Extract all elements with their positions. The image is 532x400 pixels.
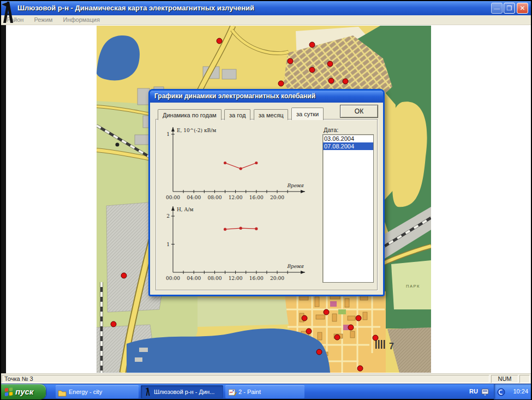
h-field-chart: 00:0004:0008:0012:0016:0020:0012H, А/мВр… (164, 204, 328, 285)
antenna-app-icon (1, 1, 15, 24)
clock[interactable]: 10:24 (513, 388, 528, 395)
svg-text:Время: Время (287, 183, 304, 188)
num-lock-indicator: NUM (491, 375, 518, 383)
svg-text:1: 1 (166, 132, 170, 137)
date-listbox[interactable]: 03.06.2004 07.08.2004 (322, 134, 374, 283)
tab-strip: Динамика по годам за год за месяц за сут… (158, 108, 324, 120)
start-label: пуск (15, 387, 33, 396)
window-title: Шлюзовой р-н - Динамическая карта электр… (17, 4, 254, 12)
language-indicator[interactable]: RU (469, 388, 478, 395)
task-paint[interactable]: 2 - Paint (225, 385, 304, 398)
paint-icon (228, 388, 237, 397)
menu-bar: Район Режим Информация (1, 15, 531, 25)
tab-per-month[interactable]: за месяц (254, 109, 289, 120)
task-energy-city[interactable]: Energy - city (56, 385, 139, 398)
svg-text:2: 2 (166, 213, 170, 219)
status-point-text: Точка № 3 (2, 375, 489, 383)
svg-text:20:00: 20:00 (270, 195, 284, 200)
svg-text:16:00: 16:00 (249, 195, 264, 200)
svg-text:00:00: 00:00 (166, 195, 180, 200)
tab-per-day[interactable]: за сутки (291, 108, 324, 120)
svg-text:E, 10^(-2) кВ/м: E, 10^(-2) кВ/м (177, 128, 216, 133)
close-button-icon[interactable]: ✕ (517, 3, 528, 14)
app-window: Шлюзовой р-н - Динамическая карта электр… (1, 1, 531, 399)
windows-logo-icon (4, 387, 14, 397)
taskbar: пуск Energy - city Шлюзовой р-н - Дин...… (1, 384, 531, 399)
desktop-screen: Шлюзовой р-н - Динамическая карта электр… (0, 0, 532, 400)
window-titlebar: Шлюзовой р-н - Динамическая карта электр… (1, 1, 531, 15)
svg-text:16:00: 16:00 (249, 276, 264, 281)
park-label: ПАРК (406, 284, 420, 289)
restore-button-icon[interactable]: ❒ (504, 3, 515, 14)
svg-text:04:00: 04:00 (187, 195, 201, 200)
language-bar-icon[interactable] (481, 389, 489, 396)
svg-text:Время: Время (287, 264, 304, 269)
antenna-task-icon (144, 387, 152, 396)
e-field-chart: 00:0004:0008:0012:0016:0020:001E, 10^(-2… (164, 125, 328, 206)
svg-text:20:00: 20:00 (270, 276, 284, 281)
dialog-titlebar[interactable]: Графики динамики электромагнитных колеба… (150, 91, 383, 103)
svg-text:04:00: 04:00 (187, 276, 201, 281)
tab-per-year[interactable]: за год (224, 109, 250, 120)
tab-dynamics-by-years[interactable]: Динамика по годам (158, 109, 222, 120)
status-grip (519, 375, 530, 383)
start-button[interactable]: пуск (1, 384, 46, 399)
system-tray: 10:24 (494, 384, 531, 399)
status-bar: Точка № 3 NUM (1, 373, 531, 384)
task-shluzovoy[interactable]: Шлюзовой р-н - Дин... (141, 385, 223, 398)
svg-text:00:00: 00:00 (166, 276, 180, 281)
menu-item-rezhim[interactable]: Режим (30, 15, 57, 23)
svg-text:1: 1 (166, 242, 170, 247)
svg-text:08:00: 08:00 (207, 276, 222, 281)
svg-text:12:00: 12:00 (229, 195, 243, 200)
date-label: Дата: (324, 127, 338, 133)
clock-tray-icon[interactable] (497, 388, 505, 396)
svg-text:12:00: 12:00 (229, 276, 243, 281)
district-number-label: 7 (389, 342, 394, 351)
minimize-button-icon[interactable]: — (491, 3, 503, 14)
ok-button[interactable]: ОК (340, 105, 378, 118)
svg-text:08:00: 08:00 (207, 195, 222, 200)
svg-text:H, А/м: H, А/м (177, 207, 193, 212)
date-list-item[interactable]: 03.06.2004 (323, 135, 373, 142)
left-black-strip (1, 25, 6, 373)
date-list-item-selected[interactable]: 07.08.2004 (323, 142, 373, 150)
graphs-dialog: Графики динамики электромагнитных колеба… (148, 89, 385, 296)
folder-icon (58, 389, 67, 397)
menu-item-informatsiya[interactable]: Информация (58, 15, 104, 23)
